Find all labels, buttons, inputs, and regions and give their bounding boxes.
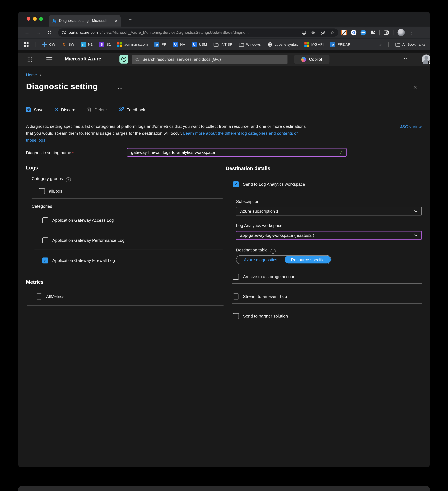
delete-button[interactable]: Delete: [87, 107, 107, 112]
divider: [34, 250, 223, 250]
firewall-log-checkbox[interactable]: [42, 257, 48, 263]
extensions-puzzle-icon[interactable]: [370, 30, 375, 35]
browser-profile-avatar[interactable]: [398, 29, 405, 36]
partner-solution-checkbox[interactable]: [233, 313, 239, 319]
azure-top-nav: Microsoft Azure Copilot: [18, 53, 430, 66]
archive-storage-checkbox[interactable]: [233, 274, 239, 280]
bookmark-folder-int-sp[interactable]: INT SP: [214, 42, 232, 47]
allmetrics-row[interactable]: AllMetrics: [36, 293, 64, 300]
bookmark-admin-ms[interactable]: admin.ms.com: [117, 42, 148, 47]
access-log-label: Application Gateway Access Log: [52, 218, 114, 223]
bookmark-usm[interactable]: U USM: [192, 42, 207, 47]
copilot-icon: [302, 57, 306, 62]
screenshot-stage: Diagnostic setting - Microsoft portal.: [0, 0, 448, 491]
site-settings-icon[interactable]: [62, 30, 66, 35]
info-icon[interactable]: [270, 249, 275, 254]
divider: [34, 230, 223, 230]
waffle-menu-icon[interactable]: [28, 57, 32, 62]
forward-icon[interactable]: [36, 29, 41, 36]
install-app-icon[interactable]: [302, 30, 306, 35]
bookmarks-separator: [35, 42, 35, 47]
account-avatar[interactable]: [422, 55, 430, 64]
title-more-icon[interactable]: [118, 85, 123, 91]
archive-storage-label: Archive to a storage account: [243, 274, 297, 279]
alllogs-row[interactable]: allLogs: [39, 188, 62, 194]
bookmarks-overflow-chevron[interactable]: [380, 42, 382, 47]
save-icon: [26, 107, 31, 112]
microsoft-logo-icon: [117, 42, 122, 47]
password-manager-extension-icon[interactable]: [351, 29, 356, 35]
azure-search-input[interactable]: [142, 57, 284, 62]
privacy-badger-extension-icon[interactable]: [341, 29, 347, 35]
azure-favicon: [52, 18, 56, 23]
bookmark-na[interactable]: U NA: [173, 42, 185, 47]
partner-solution-row[interactable]: Send to partner solution: [233, 313, 288, 319]
send-to-workspace-checkbox[interactable]: [233, 181, 239, 187]
reload-icon[interactable]: [47, 30, 52, 35]
bookmark-pp[interactable]: p PP: [154, 42, 166, 47]
all-bookmarks[interactable]: All Bookmarks: [395, 42, 426, 47]
feedback-person-icon: [118, 107, 124, 112]
workspace-dropdown[interactable]: app-gateway-log-workspace ( eastus2 ): [236, 231, 422, 240]
feedback-button[interactable]: Feedback: [118, 107, 145, 112]
tab-close-icon[interactable]: [115, 18, 117, 23]
metrics-heading: Metrics: [26, 279, 44, 285]
performance-log-checkbox[interactable]: [42, 237, 48, 243]
url-bar[interactable]: portal.azure.com/#view/Microsoft_Azure_M…: [58, 28, 338, 37]
bookmark-mg-api[interactable]: MG API: [304, 42, 324, 47]
folder-icon: [239, 42, 244, 47]
azure-diagnostics-option[interactable]: Azure diagnostics: [236, 257, 285, 262]
info-icon[interactable]: [66, 177, 71, 182]
azure-brand[interactable]: Microsoft Azure: [65, 56, 101, 61]
nav-more-icon[interactable]: [404, 56, 409, 61]
discard-button[interactable]: Discard: [55, 107, 75, 112]
browser-tab[interactable]: Diagnostic setting - Microsoft: [49, 15, 121, 27]
save-button[interactable]: Save: [26, 107, 44, 112]
bookmark-s1[interactable]: S S1: [99, 42, 111, 47]
zoom-icon[interactable]: [311, 30, 316, 35]
send-to-workspace-row[interactable]: Send to Log Analytics workspace: [233, 181, 305, 187]
resource-specific-option[interactable]: Resource specific: [285, 256, 331, 264]
bookmark-cw[interactable]: CW: [42, 42, 55, 47]
traffic-zoom-button[interactable]: [39, 17, 43, 20]
breadcrumb-home-link[interactable]: Home: [26, 73, 37, 77]
back-icon[interactable]: [24, 29, 29, 36]
bookmark-star-icon[interactable]: [330, 30, 335, 35]
json-view-link[interactable]: JSON View: [400, 124, 422, 129]
traffic-minimize-button[interactable]: [33, 17, 37, 20]
alllogs-checkbox[interactable]: [39, 188, 45, 194]
event-hub-label: Stream to an event hub: [243, 294, 287, 299]
browser-menu-icon[interactable]: [409, 29, 413, 35]
mask-extension-icon[interactable]: [360, 29, 366, 35]
password-eye-off-icon[interactable]: [320, 30, 326, 35]
arrow-up-circle-icon: [121, 57, 127, 62]
breadcrumb[interactable]: Home: [26, 72, 41, 77]
send-to-workspace-label: Send to Log Analytics workspace: [243, 182, 305, 187]
bookmark-folder-windows[interactable]: Windows: [239, 42, 261, 47]
archive-storage-row[interactable]: Archive to a storage account: [233, 274, 297, 280]
new-tab-button[interactable]: [126, 15, 134, 23]
event-hub-row[interactable]: Stream to an event hub: [233, 293, 287, 300]
bookmark-sw[interactable]: SW: [62, 42, 74, 47]
blade-close-icon[interactable]: [412, 84, 418, 91]
hamburger-menu-icon[interactable]: [46, 57, 52, 61]
diagnostic-setting-name-input[interactable]: gateway-firewall-logs-to-analytics-works…: [127, 148, 347, 157]
performance-log-row[interactable]: Application Gateway Performance Log: [42, 237, 125, 243]
bookmark-lucene[interactable]: Lucene syntax: [267, 42, 298, 47]
side-search-icon[interactable]: [384, 30, 389, 35]
bookmark-ppe-api[interactable]: p PPE API: [330, 42, 351, 47]
divider: [232, 303, 422, 303]
apps-grid-icon[interactable]: [24, 42, 29, 47]
azure-search-box[interactable]: [132, 55, 287, 64]
traffic-close-button[interactable]: [27, 17, 30, 20]
event-hub-checkbox[interactable]: [233, 293, 239, 299]
access-log-row[interactable]: Application Gateway Access Log: [42, 217, 114, 223]
upload-status-button[interactable]: [119, 55, 128, 64]
firewall-log-row[interactable]: Application Gateway Firewall Log: [42, 257, 115, 263]
copilot-button[interactable]: Copilot: [294, 55, 329, 64]
subscription-dropdown[interactable]: Azure subscription 1: [236, 207, 422, 216]
allmetrics-checkbox[interactable]: [36, 293, 42, 299]
access-log-checkbox[interactable]: [42, 217, 48, 223]
divider: [34, 270, 223, 270]
bookmark-n1[interactable]: n N1: [81, 42, 93, 47]
